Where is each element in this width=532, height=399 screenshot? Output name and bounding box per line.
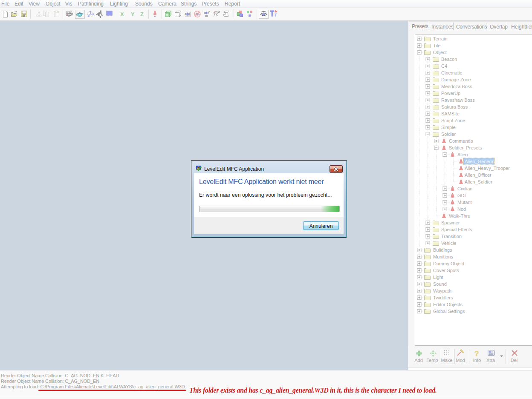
svg-text:C4: C4 xyxy=(441,63,447,69)
svg-text:?: ? xyxy=(474,350,479,358)
svg-text:Make: Make xyxy=(441,358,453,363)
svg-text:Soldier: Soldier xyxy=(441,132,456,137)
svg-text:Tile: Tile xyxy=(433,43,440,48)
svg-text:Temp: Temp xyxy=(427,358,438,363)
svg-text:Cover Spots: Cover Spots xyxy=(433,268,459,273)
svg-text:Y: Y xyxy=(131,11,135,17)
svg-text:Special Effects: Special Effects xyxy=(441,227,472,232)
svg-text:GDI: GDI xyxy=(457,193,466,198)
svg-text:Terrain: Terrain xyxy=(433,36,448,41)
svg-text:Alien_Heavy_Trooper: Alien_Heavy_Trooper xyxy=(465,166,510,171)
svg-text:X: X xyxy=(120,11,124,17)
svg-text:Commando: Commando xyxy=(449,138,473,144)
svg-text:Raveshaw Boss: Raveshaw Boss xyxy=(441,98,475,103)
svg-text:Script Zone: Script Zone xyxy=(441,118,465,123)
svg-text:Object: Object xyxy=(433,50,447,55)
svg-text:Add: Add xyxy=(414,358,423,363)
svg-text:Spawner: Spawner xyxy=(441,220,460,225)
svg-text:Transition: Transition xyxy=(441,234,462,239)
svg-text:Alien_General: Alien_General xyxy=(465,159,494,164)
svg-text:Sound: Sound xyxy=(433,281,447,287)
svg-text:Light: Light xyxy=(433,275,443,280)
svg-text:PowerUp: PowerUp xyxy=(441,91,460,96)
svg-text:Mutant: Mutant xyxy=(457,200,472,205)
svg-text:Alien_Soldier: Alien_Soldier xyxy=(465,179,492,184)
svg-text:Xtra: Xtra xyxy=(486,358,495,363)
svg-text:Buildings: Buildings xyxy=(433,247,452,253)
svg-text:Sakura Boss: Sakura Boss xyxy=(441,104,468,109)
svg-text:Mendoza Boss: Mendoza Boss xyxy=(441,84,472,89)
svg-text:Twiddlers: Twiddlers xyxy=(433,295,453,300)
svg-text:Simple: Simple xyxy=(441,125,456,130)
svg-text:Info: Info xyxy=(473,358,481,363)
svg-text:Editor Objects: Editor Objects xyxy=(433,302,463,307)
svg-text:Dummy Object: Dummy Object xyxy=(433,261,464,266)
svg-text:Alien_Officer: Alien_Officer xyxy=(465,172,492,178)
svg-text:Del: Del xyxy=(511,358,518,363)
svg-text:SAMSite: SAMSite xyxy=(441,111,460,116)
svg-text:Nod: Nod xyxy=(457,207,466,212)
svg-text:Damage Zone: Damage Zone xyxy=(441,77,471,82)
svg-text:Munitions: Munitions xyxy=(433,254,454,259)
svg-text:Cinematic: Cinematic xyxy=(441,70,462,75)
svg-text:Alien: Alien xyxy=(457,152,468,157)
svg-text:Waypath: Waypath xyxy=(433,288,451,293)
svg-text:Global Settings: Global Settings xyxy=(433,309,465,314)
svg-text:Civilian: Civilian xyxy=(457,186,472,191)
svg-text:Vehicle: Vehicle xyxy=(441,241,456,246)
svg-text:Beacon: Beacon xyxy=(441,57,457,62)
svg-text:Soldier_Presets: Soldier_Presets xyxy=(449,145,482,150)
svg-text:Walk-Thru: Walk-Thru xyxy=(449,213,470,218)
svg-text:Z: Z xyxy=(140,11,144,17)
svg-text:Mod: Mod xyxy=(456,358,465,363)
